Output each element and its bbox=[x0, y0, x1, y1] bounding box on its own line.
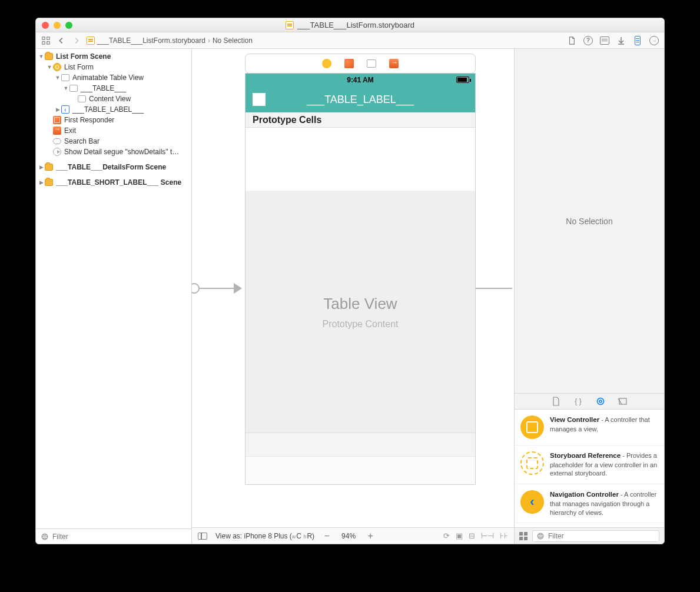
file-template-library-icon[interactable] bbox=[551, 397, 560, 406]
object-library-list[interactable]: View Controller - A controller that mana… bbox=[515, 410, 664, 527]
file-inspector-icon[interactable] bbox=[566, 35, 577, 46]
outline-filter bbox=[36, 528, 191, 544]
scene-canvas-item[interactable]: 9:41 AM ___TABLE_LABEL___ Prototype Cell… bbox=[245, 54, 476, 489]
outline-label: Content View bbox=[89, 95, 131, 103]
disclosure-triangle-icon[interactable]: ▼ bbox=[63, 85, 69, 91]
toolbar-placeholder[interactable] bbox=[246, 433, 475, 456]
prototype-cells-header: Prototype Cells bbox=[246, 112, 475, 128]
align-icon[interactable]: ⊟ bbox=[469, 531, 475, 540]
outline-view[interactable]: ▼Animatable Table View bbox=[36, 72, 191, 83]
traffic-lights bbox=[36, 22, 72, 29]
canvas-bottom-bar: View as: iPhone 8 Plus (wC hR) − 94% + ⟳… bbox=[192, 527, 514, 544]
svg-rect-1 bbox=[47, 36, 49, 39]
initial-vc-arrow-icon[interactable] bbox=[192, 283, 242, 294]
zoom-out-button[interactable]: − bbox=[323, 531, 331, 541]
nav-back-icon[interactable] bbox=[56, 35, 67, 46]
outline-scene[interactable]: ▶___TABLE___DetailsForm Scene bbox=[36, 162, 191, 172]
zoom-level[interactable]: 94% bbox=[341, 532, 356, 540]
library-item-view-controller[interactable]: View Controller - A controller that mana… bbox=[515, 410, 664, 445]
disclosure-triangle-icon[interactable]: ▼ bbox=[55, 75, 61, 81]
outline-label: ___TABLE_LABEL___ bbox=[72, 105, 144, 114]
grid-view-icon[interactable] bbox=[519, 532, 528, 540]
status-bar: 9:41 AM bbox=[246, 74, 475, 87]
outline-searchbar[interactable]: Search Bar bbox=[36, 136, 191, 147]
object-library-icon[interactable] bbox=[596, 397, 605, 406]
library-filter-input[interactable] bbox=[548, 532, 655, 540]
library-item-navigation-controller[interactable]: ‹ Navigation Controller - A controller t… bbox=[515, 484, 664, 523]
update-frames-icon[interactable]: ⟳ bbox=[443, 531, 450, 540]
attributes-inspector-icon[interactable] bbox=[616, 35, 626, 46]
svg-rect-3 bbox=[47, 41, 49, 44]
zoom-icon[interactable] bbox=[65, 22, 72, 29]
size-inspector-icon[interactable] bbox=[632, 35, 643, 46]
embed-in-icon[interactable]: ▣ bbox=[456, 531, 463, 540]
close-icon[interactable] bbox=[42, 22, 49, 29]
quick-help-icon[interactable]: ? bbox=[583, 35, 593, 46]
outline-filter-input[interactable] bbox=[52, 533, 187, 541]
disclosure-triangle-icon[interactable]: ▼ bbox=[47, 64, 52, 70]
outline-view[interactable]: ▼___TABLE___ bbox=[36, 83, 191, 94]
svg-point-8 bbox=[598, 398, 604, 405]
minimize-icon[interactable] bbox=[54, 22, 61, 29]
zoom-in-button[interactable]: + bbox=[366, 531, 374, 541]
first-responder-icon[interactable] bbox=[344, 59, 354, 68]
segue-line-icon[interactable] bbox=[475, 288, 512, 289]
outline-label: ___TABLE___ bbox=[81, 84, 126, 92]
view-as-control[interactable]: View as: iPhone 8 Plus (wC hR) bbox=[215, 532, 314, 540]
segue-icon bbox=[53, 148, 61, 156]
scene-dock[interactable] bbox=[245, 54, 476, 74]
outline-label: ___TABLE_SHORT_LABEL___ Scene bbox=[56, 178, 181, 187]
resolve-issues-icon[interactable]: ⊦⊦ bbox=[500, 531, 508, 540]
view-controller-icon[interactable] bbox=[322, 59, 331, 68]
library-filter bbox=[515, 527, 664, 544]
disclosure-triangle-icon[interactable]: ▼ bbox=[38, 54, 44, 59]
library-item-storyboard-reference[interactable]: Storyboard Reference - Provides a placeh… bbox=[515, 445, 664, 484]
outline-label: Exit bbox=[64, 127, 76, 135]
svg-rect-0 bbox=[42, 36, 45, 39]
inspector-empty: No Selection bbox=[515, 49, 664, 393]
outline-exit[interactable]: Exit bbox=[36, 125, 191, 136]
outline-first-responder[interactable]: First Responder bbox=[36, 115, 191, 125]
outline-scene[interactable]: ▶___TABLE_SHORT_LABEL___ Scene bbox=[36, 177, 191, 188]
breadcrumb[interactable]: ___TABLE___ListForm.storyboard › No Sele… bbox=[87, 36, 253, 45]
scene-icon bbox=[45, 179, 53, 186]
titlebar: ___TABLE___ListForm.storyboard bbox=[36, 18, 664, 32]
prototype-cell[interactable] bbox=[246, 128, 475, 191]
add-constraints-icon[interactable]: ⊢⊣ bbox=[481, 531, 494, 540]
view-icon bbox=[69, 85, 78, 92]
outline-label: Show Detail segue "showDetails" t… bbox=[64, 148, 179, 156]
outline-navitem[interactable]: ▶‹___TABLE_LABEL___ bbox=[36, 104, 191, 115]
scene-icon bbox=[45, 164, 53, 171]
view-controller-icon bbox=[53, 63, 61, 71]
bar-button-placeholder-icon[interactable] bbox=[253, 93, 266, 106]
disclosure-triangle-icon[interactable]: ▶ bbox=[55, 107, 61, 112]
table-view-placeholder[interactable]: Table View Prototype Content bbox=[246, 191, 475, 433]
outline-view[interactable]: Content View bbox=[36, 94, 191, 104]
svg-rect-2 bbox=[42, 41, 45, 44]
connections-inspector-icon[interactable]: → bbox=[649, 35, 659, 46]
outline-scene[interactable]: ▼List Form Scene bbox=[36, 51, 191, 62]
related-items-icon[interactable] bbox=[41, 35, 51, 46]
svg-rect-10 bbox=[619, 398, 626, 404]
outline-segue[interactable]: Show Detail segue "showDetails" t… bbox=[36, 147, 191, 157]
exit-icon bbox=[53, 127, 61, 135]
library-item-title: Navigation Controller bbox=[550, 491, 619, 498]
toggle-outline-icon[interactable] bbox=[198, 533, 207, 540]
exit-icon[interactable] bbox=[389, 59, 399, 68]
inspector-panel: No Selection { } View Controller - A con… bbox=[514, 49, 664, 544]
breadcrumb-file: ___TABLE___ListForm.storyboard bbox=[97, 36, 205, 45]
navigation-bar[interactable]: ___TABLE_LABEL___ bbox=[246, 87, 475, 112]
view-icon[interactable] bbox=[367, 59, 376, 68]
window-title: ___TABLE___ListForm.storyboard bbox=[297, 21, 414, 29]
storyboard-file-icon bbox=[87, 36, 95, 45]
nav-forward-icon[interactable] bbox=[71, 35, 82, 46]
outline-viewcontroller[interactable]: ▼List Form bbox=[36, 62, 191, 72]
xcode-window: ___TABLE___ListForm.storyboard ___TABLE_… bbox=[35, 18, 665, 544]
disclosure-triangle-icon[interactable]: ▶ bbox=[38, 179, 44, 185]
code-snippet-library-icon[interactable]: { } bbox=[573, 397, 583, 406]
identity-inspector-icon[interactable] bbox=[599, 35, 610, 46]
disclosure-triangle-icon[interactable]: ▶ bbox=[38, 164, 44, 170]
media-library-icon[interactable] bbox=[618, 397, 628, 406]
library-item-title: View Controller bbox=[550, 416, 599, 423]
ib-canvas[interactable]: 9:41 AM ___TABLE_LABEL___ Prototype Cell… bbox=[192, 49, 514, 544]
